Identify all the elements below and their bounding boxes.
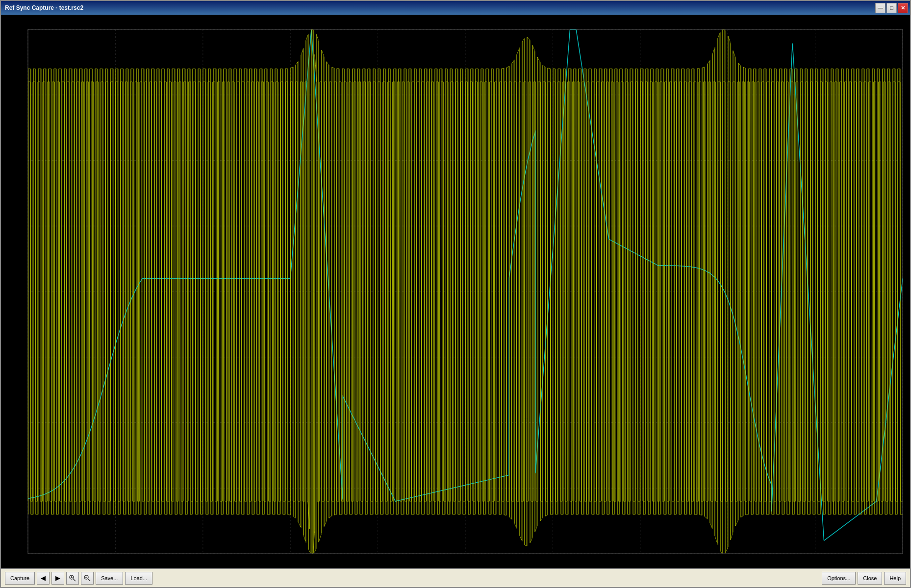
save-button[interactable]: Save... bbox=[96, 572, 123, 585]
close-button[interactable]: Close bbox=[858, 572, 882, 585]
options-button[interactable]: Options... bbox=[822, 572, 856, 585]
back-button[interactable]: ◀ bbox=[37, 572, 50, 585]
zoom-in-button[interactable] bbox=[66, 572, 79, 585]
zoom-out-button[interactable] bbox=[81, 572, 94, 585]
load-button[interactable]: Load... bbox=[125, 572, 152, 585]
toolbar: Capture ◀ ▶ Save... Load... bbox=[1, 568, 910, 587]
waveform-canvas bbox=[1, 15, 910, 568]
main-window: Ref Sync Capture - test.rsc2 — □ ✕ V 10.… bbox=[0, 0, 911, 588]
forward-button[interactable]: ▶ bbox=[51, 572, 64, 585]
window-title: Ref Sync Capture - test.rsc2 bbox=[5, 4, 83, 11]
help-button[interactable]: Help bbox=[884, 572, 906, 585]
svg-line-1 bbox=[73, 579, 76, 581]
maximize-button[interactable]: □ bbox=[886, 3, 897, 13]
chart-area: V 10.000 -10.000 0.00000 0.06874 bbox=[1, 15, 910, 568]
title-bar: Ref Sync Capture - test.rsc2 — □ ✕ bbox=[1, 1, 910, 15]
svg-line-5 bbox=[88, 579, 90, 581]
minimize-button[interactable]: — bbox=[875, 3, 886, 13]
capture-button[interactable]: Capture bbox=[5, 572, 35, 585]
title-bar-buttons: — □ ✕ bbox=[875, 3, 908, 13]
close-window-button[interactable]: ✕ bbox=[898, 3, 908, 13]
